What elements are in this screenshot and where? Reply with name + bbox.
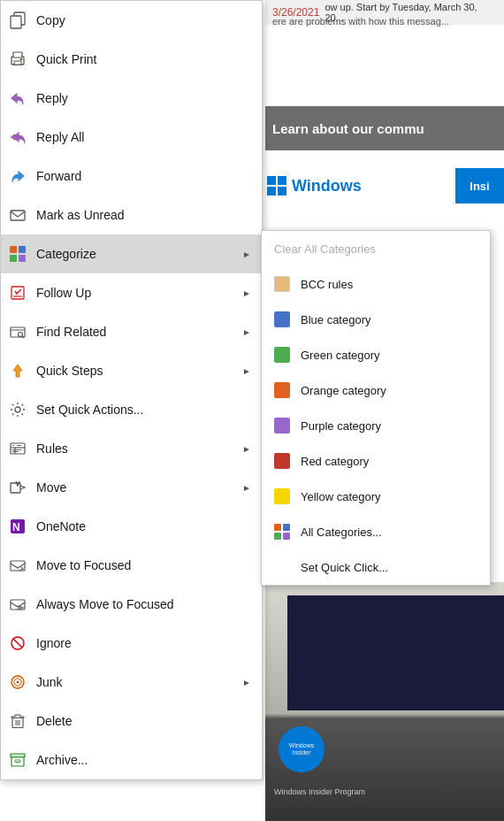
menu-item-categorize[interactable]: Categorize ►: [1, 234, 262, 273]
svg-text:N: N: [12, 521, 20, 533]
submenu-red-category[interactable]: Red category: [262, 443, 490, 479]
envelope-icon: [8, 205, 27, 225]
laptop-image-area: WindowsInsider Windows Insider Program: [265, 582, 504, 821]
menu-item-rules[interactable]: Rules ►: [1, 429, 262, 468]
menu-item-onenote[interactable]: N OneNote: [1, 507, 262, 546]
submenu-purple-category[interactable]: Purple category: [262, 408, 490, 443]
forward-icon: [8, 166, 27, 186]
quick-print-label: Quick Print: [36, 52, 251, 66]
menu-item-archive[interactable]: Archive...: [1, 740, 262, 779]
menu-item-ignore[interactable]: Ignore: [1, 624, 262, 663]
follow-up-icon: [8, 283, 27, 303]
windows-text: Windows: [292, 177, 362, 196]
laptop-screen: [287, 595, 504, 710]
onenote-label: OneNote: [36, 519, 251, 533]
svg-rect-1: [278, 176, 286, 185]
svg-line-22: [13, 639, 22, 648]
always-move-icon: [8, 595, 27, 614]
svg-rect-10: [11, 211, 25, 220]
svg-point-9: [20, 58, 22, 60]
menu-item-reply[interactable]: Reply: [1, 79, 262, 118]
quick-steps-arrow-icon: ►: [242, 366, 251, 376]
all-categories-label: All Categories...: [301, 526, 382, 539]
quick-print-icon: [8, 50, 27, 69]
menu-item-mark-unread[interactable]: Mark as Unread: [1, 196, 262, 234]
rules-icon: [8, 439, 27, 458]
yellow-category-color: [274, 488, 290, 504]
purple-category-label: Purple category: [301, 419, 381, 433]
categorize-label: Categorize: [36, 247, 233, 261]
move-focused-icon: [8, 556, 27, 575]
submenu-yellow-category[interactable]: Yellow category: [262, 479, 490, 514]
bcc-rules-label: BCC rules: [301, 278, 353, 291]
reply-all-icon: [8, 127, 27, 147]
onenote-icon: N: [8, 517, 27, 536]
categorize-arrow-icon: ►: [242, 249, 251, 259]
yellow-category-label: Yellow category: [301, 490, 381, 503]
green-category-color: [274, 347, 290, 363]
submenu-green-category[interactable]: Green category: [262, 337, 490, 372]
find-related-icon: [8, 322, 27, 341]
svg-rect-15: [11, 443, 25, 454]
move-arrow-icon: ►: [242, 483, 251, 493]
submenu-blue-category[interactable]: Blue category: [262, 302, 490, 337]
rules-arrow-icon: ►: [242, 444, 251, 454]
blue-category-color: [274, 311, 290, 327]
svg-rect-3: [278, 187, 286, 196]
svg-rect-7: [13, 52, 22, 58]
submenu-set-quick-click[interactable]: Set Quick Click...: [262, 549, 490, 585]
junk-label: Junk: [36, 675, 233, 689]
orange-category-label: Orange category: [301, 384, 386, 397]
svg-point-14: [15, 407, 20, 412]
submenu-all-categories[interactable]: All Categories...: [262, 514, 490, 549]
set-quick-icon: [8, 400, 27, 419]
menu-item-junk[interactable]: Junk ►: [1, 663, 262, 702]
menu-item-forward[interactable]: Forward: [1, 157, 262, 196]
mark-unread-label: Mark as Unread: [36, 208, 251, 222]
find-related-label: Find Related: [36, 325, 233, 339]
menu-item-set-quick-actions[interactable]: Set Quick Actions...: [1, 390, 262, 429]
reply-all-label: Reply All: [36, 130, 251, 144]
svg-rect-31: [15, 760, 20, 763]
svg-rect-2: [267, 187, 276, 196]
svg-point-24: [17, 681, 19, 684]
set-quick-actions-label: Set Quick Actions...: [36, 403, 251, 417]
all-categories-icon: [274, 524, 290, 540]
svg-rect-8: [14, 61, 21, 65]
menu-item-move[interactable]: Move ►: [1, 468, 262, 507]
categorize-icon: [8, 244, 27, 264]
submenu-clear-all[interactable]: Clear All Categories: [262, 231, 490, 266]
windows-logo-area: Windows: [267, 168, 362, 203]
find-related-arrow-icon: ►: [242, 327, 251, 337]
email-header-bar: Learn about our commu: [265, 106, 504, 150]
menu-item-always-move-focused[interactable]: Always Move to Focused: [1, 585, 262, 624]
svg-rect-0: [267, 176, 276, 185]
menu-item-reply-all[interactable]: Reply All: [1, 118, 262, 157]
reply-label: Reply: [36, 91, 251, 105]
delete-icon: [8, 711, 27, 731]
green-category-label: Green category: [301, 349, 380, 362]
move-icon: [8, 478, 27, 497]
copy-icon: [8, 11, 27, 30]
email-body-line2: ere are problems with how this messag...: [265, 12, 504, 30]
menu-item-find-related[interactable]: Find Related ►: [1, 312, 262, 351]
context-menu: Copy Quick Print Reply: [0, 0, 263, 780]
menu-item-copy[interactable]: Copy: [1, 1, 262, 40]
bcc-rules-color: [274, 276, 290, 292]
submenu-bcc-rules[interactable]: BCC rules: [262, 266, 490, 302]
move-label: Move: [36, 480, 233, 495]
move-focused-label: Move to Focused: [36, 558, 251, 572]
insider-badge: WindowsInsider: [279, 726, 325, 772]
menu-item-quick-print[interactable]: Quick Print: [1, 40, 262, 79]
menu-item-delete[interactable]: Delete: [1, 702, 262, 740]
archive-icon: [8, 750, 27, 770]
menu-item-quick-steps[interactable]: Quick Steps ►: [1, 351, 262, 390]
forward-label: Forward: [36, 169, 251, 183]
quick-steps-icon: [8, 361, 27, 380]
red-category-color: [274, 453, 290, 469]
junk-arrow-icon: ►: [242, 678, 251, 687]
menu-item-move-focused[interactable]: Move to Focused: [1, 546, 262, 585]
submenu-orange-category[interactable]: Orange category: [262, 372, 490, 408]
menu-item-follow-up[interactable]: Follow Up ►: [1, 273, 262, 312]
follow-up-arrow-icon: ►: [242, 288, 251, 298]
